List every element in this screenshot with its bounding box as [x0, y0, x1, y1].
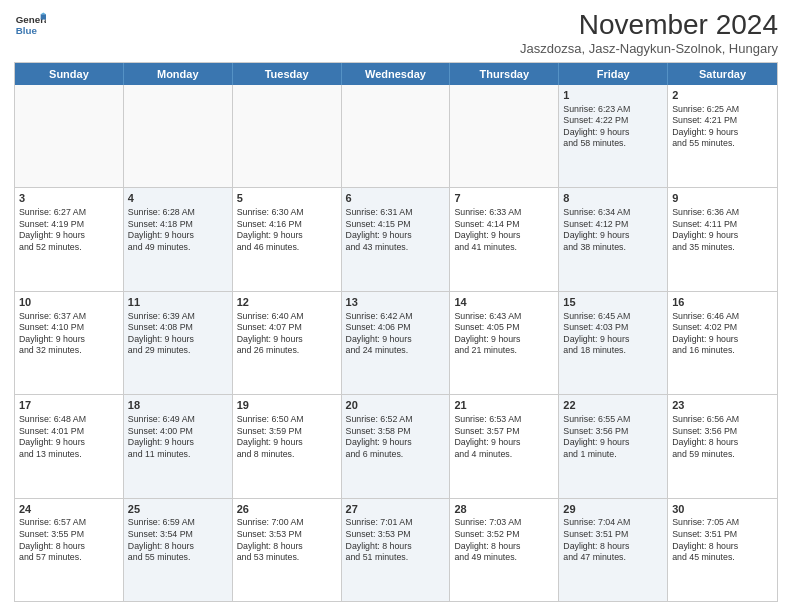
empty-cell-0-0	[15, 85, 124, 187]
day-info: Sunrise: 6:52 AM Sunset: 3:58 PM Dayligh…	[346, 414, 446, 460]
title-block: November 2024 Jaszdozsa, Jasz-Nagykun-Sz…	[520, 10, 778, 56]
day-number: 20	[346, 398, 446, 413]
empty-cell-0-3	[342, 85, 451, 187]
day-number: 16	[672, 295, 773, 310]
day-number: 14	[454, 295, 554, 310]
day-number: 10	[19, 295, 119, 310]
day-number: 28	[454, 502, 554, 517]
day-info: Sunrise: 7:01 AM Sunset: 3:53 PM Dayligh…	[346, 517, 446, 563]
day-info: Sunrise: 6:59 AM Sunset: 3:54 PM Dayligh…	[128, 517, 228, 563]
day-cell-22: 22Sunrise: 6:55 AM Sunset: 3:56 PM Dayli…	[559, 395, 668, 497]
day-cell-30: 30Sunrise: 7:05 AM Sunset: 3:51 PM Dayli…	[668, 499, 777, 601]
location-subtitle: Jaszdozsa, Jasz-Nagykun-Szolnok, Hungary	[520, 41, 778, 56]
day-number: 17	[19, 398, 119, 413]
day-number: 2	[672, 88, 773, 103]
calendar-body: 1Sunrise: 6:23 AM Sunset: 4:22 PM Daylig…	[15, 85, 777, 601]
header-cell-wednesday: Wednesday	[342, 63, 451, 85]
day-number: 6	[346, 191, 446, 206]
day-info: Sunrise: 6:50 AM Sunset: 3:59 PM Dayligh…	[237, 414, 337, 460]
day-cell-26: 26Sunrise: 7:00 AM Sunset: 3:53 PM Dayli…	[233, 499, 342, 601]
day-number: 1	[563, 88, 663, 103]
day-cell-3: 3Sunrise: 6:27 AM Sunset: 4:19 PM Daylig…	[15, 188, 124, 290]
day-number: 5	[237, 191, 337, 206]
day-cell-23: 23Sunrise: 6:56 AM Sunset: 3:56 PM Dayli…	[668, 395, 777, 497]
svg-text:Blue: Blue	[16, 25, 38, 36]
page: General Blue November 2024 Jaszdozsa, Ja…	[0, 0, 792, 612]
day-number: 3	[19, 191, 119, 206]
day-number: 23	[672, 398, 773, 413]
day-info: Sunrise: 6:31 AM Sunset: 4:15 PM Dayligh…	[346, 207, 446, 253]
day-info: Sunrise: 6:23 AM Sunset: 4:22 PM Dayligh…	[563, 104, 663, 150]
day-cell-6: 6Sunrise: 6:31 AM Sunset: 4:15 PM Daylig…	[342, 188, 451, 290]
day-number: 11	[128, 295, 228, 310]
day-number: 27	[346, 502, 446, 517]
calendar-row-3: 10Sunrise: 6:37 AM Sunset: 4:10 PM Dayli…	[15, 291, 777, 394]
header-cell-tuesday: Tuesday	[233, 63, 342, 85]
empty-cell-0-2	[233, 85, 342, 187]
day-cell-5: 5Sunrise: 6:30 AM Sunset: 4:16 PM Daylig…	[233, 188, 342, 290]
day-info: Sunrise: 6:25 AM Sunset: 4:21 PM Dayligh…	[672, 104, 773, 150]
day-info: Sunrise: 6:27 AM Sunset: 4:19 PM Dayligh…	[19, 207, 119, 253]
day-info: Sunrise: 6:30 AM Sunset: 4:16 PM Dayligh…	[237, 207, 337, 253]
logo-icon: General Blue	[14, 10, 46, 38]
day-cell-19: 19Sunrise: 6:50 AM Sunset: 3:59 PM Dayli…	[233, 395, 342, 497]
day-number: 25	[128, 502, 228, 517]
logo: General Blue	[14, 10, 50, 38]
day-cell-11: 11Sunrise: 6:39 AM Sunset: 4:08 PM Dayli…	[124, 292, 233, 394]
day-cell-17: 17Sunrise: 6:48 AM Sunset: 4:01 PM Dayli…	[15, 395, 124, 497]
day-info: Sunrise: 6:45 AM Sunset: 4:03 PM Dayligh…	[563, 311, 663, 357]
day-info: Sunrise: 6:55 AM Sunset: 3:56 PM Dayligh…	[563, 414, 663, 460]
day-number: 30	[672, 502, 773, 517]
day-cell-15: 15Sunrise: 6:45 AM Sunset: 4:03 PM Dayli…	[559, 292, 668, 394]
calendar-row-5: 24Sunrise: 6:57 AM Sunset: 3:55 PM Dayli…	[15, 498, 777, 601]
day-number: 18	[128, 398, 228, 413]
day-cell-20: 20Sunrise: 6:52 AM Sunset: 3:58 PM Dayli…	[342, 395, 451, 497]
day-cell-7: 7Sunrise: 6:33 AM Sunset: 4:14 PM Daylig…	[450, 188, 559, 290]
calendar-row-4: 17Sunrise: 6:48 AM Sunset: 4:01 PM Dayli…	[15, 394, 777, 497]
day-number: 24	[19, 502, 119, 517]
empty-cell-0-1	[124, 85, 233, 187]
day-info: Sunrise: 7:04 AM Sunset: 3:51 PM Dayligh…	[563, 517, 663, 563]
day-cell-24: 24Sunrise: 6:57 AM Sunset: 3:55 PM Dayli…	[15, 499, 124, 601]
day-cell-9: 9Sunrise: 6:36 AM Sunset: 4:11 PM Daylig…	[668, 188, 777, 290]
day-cell-28: 28Sunrise: 7:03 AM Sunset: 3:52 PM Dayli…	[450, 499, 559, 601]
day-info: Sunrise: 6:43 AM Sunset: 4:05 PM Dayligh…	[454, 311, 554, 357]
day-info: Sunrise: 6:40 AM Sunset: 4:07 PM Dayligh…	[237, 311, 337, 357]
header-cell-thursday: Thursday	[450, 63, 559, 85]
calendar-row-1: 1Sunrise: 6:23 AM Sunset: 4:22 PM Daylig…	[15, 85, 777, 187]
day-info: Sunrise: 6:33 AM Sunset: 4:14 PM Dayligh…	[454, 207, 554, 253]
day-cell-14: 14Sunrise: 6:43 AM Sunset: 4:05 PM Dayli…	[450, 292, 559, 394]
day-cell-12: 12Sunrise: 6:40 AM Sunset: 4:07 PM Dayli…	[233, 292, 342, 394]
day-number: 22	[563, 398, 663, 413]
day-info: Sunrise: 6:37 AM Sunset: 4:10 PM Dayligh…	[19, 311, 119, 357]
day-info: Sunrise: 7:00 AM Sunset: 3:53 PM Dayligh…	[237, 517, 337, 563]
day-cell-16: 16Sunrise: 6:46 AM Sunset: 4:02 PM Dayli…	[668, 292, 777, 394]
header: General Blue November 2024 Jaszdozsa, Ja…	[14, 10, 778, 56]
day-info: Sunrise: 6:46 AM Sunset: 4:02 PM Dayligh…	[672, 311, 773, 357]
day-cell-21: 21Sunrise: 6:53 AM Sunset: 3:57 PM Dayli…	[450, 395, 559, 497]
day-number: 9	[672, 191, 773, 206]
day-cell-25: 25Sunrise: 6:59 AM Sunset: 3:54 PM Dayli…	[124, 499, 233, 601]
day-number: 8	[563, 191, 663, 206]
day-info: Sunrise: 7:03 AM Sunset: 3:52 PM Dayligh…	[454, 517, 554, 563]
header-cell-sunday: Sunday	[15, 63, 124, 85]
day-info: Sunrise: 6:39 AM Sunset: 4:08 PM Dayligh…	[128, 311, 228, 357]
day-cell-18: 18Sunrise: 6:49 AM Sunset: 4:00 PM Dayli…	[124, 395, 233, 497]
day-number: 7	[454, 191, 554, 206]
day-cell-27: 27Sunrise: 7:01 AM Sunset: 3:53 PM Dayli…	[342, 499, 451, 601]
day-number: 15	[563, 295, 663, 310]
day-cell-10: 10Sunrise: 6:37 AM Sunset: 4:10 PM Dayli…	[15, 292, 124, 394]
calendar-header: SundayMondayTuesdayWednesdayThursdayFrid…	[15, 63, 777, 85]
day-info: Sunrise: 6:42 AM Sunset: 4:06 PM Dayligh…	[346, 311, 446, 357]
day-info: Sunrise: 6:48 AM Sunset: 4:01 PM Dayligh…	[19, 414, 119, 460]
header-cell-friday: Friday	[559, 63, 668, 85]
day-cell-2: 2Sunrise: 6:25 AM Sunset: 4:21 PM Daylig…	[668, 85, 777, 187]
day-number: 21	[454, 398, 554, 413]
month-title: November 2024	[520, 10, 778, 41]
day-number: 26	[237, 502, 337, 517]
calendar: SundayMondayTuesdayWednesdayThursdayFrid…	[14, 62, 778, 602]
day-cell-1: 1Sunrise: 6:23 AM Sunset: 4:22 PM Daylig…	[559, 85, 668, 187]
day-cell-13: 13Sunrise: 6:42 AM Sunset: 4:06 PM Dayli…	[342, 292, 451, 394]
day-number: 12	[237, 295, 337, 310]
day-info: Sunrise: 6:53 AM Sunset: 3:57 PM Dayligh…	[454, 414, 554, 460]
